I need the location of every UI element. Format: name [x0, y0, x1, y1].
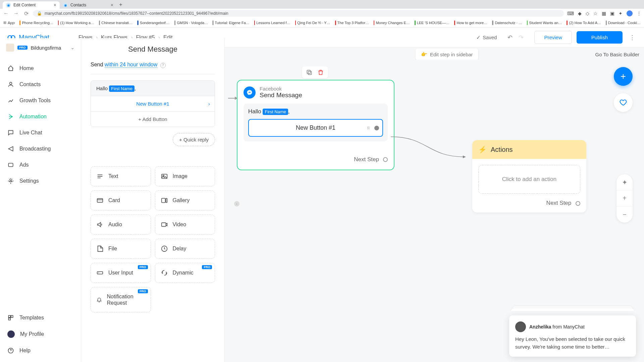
ext-icon[interactable]: ◇ [586, 11, 589, 16]
message-block[interactable]: Hallo First Name, New Button #1 › + Add … [91, 80, 215, 127]
content-type-delay[interactable]: Delay [155, 239, 215, 259]
close-icon[interactable]: × [111, 2, 113, 8]
url-text: manychat.com/fb198150208192061­8/cms/fil… [45, 11, 228, 16]
workspace-selector[interactable]: PRO Bildungsfirma ⌄ [0, 38, 81, 57]
quick-reply-button[interactable]: + Quick reply [173, 133, 215, 146]
bookmark-item[interactable]: LEE 'S HOUSE—… [415, 20, 449, 25]
content-type-dynamic[interactable]: PRODynamic [155, 263, 215, 283]
sidebar-item-ads[interactable]: Ads [0, 157, 81, 173]
bookmark-item[interactable]: (1) How Working a… [58, 20, 94, 25]
preview-button[interactable]: Preview [534, 31, 572, 44]
bookmark-item[interactable]: Qing Fei De Yi · Y… [295, 20, 330, 25]
bookmark-item[interactable]: Sonderangebot!… [137, 20, 170, 25]
profile-avatar[interactable] [627, 10, 633, 16]
bookmark-item[interactable]: (2) How To Add A… [567, 20, 601, 25]
clock-icon [161, 245, 168, 252]
content-type-file[interactable]: File [91, 239, 151, 259]
more-menu-icon[interactable]: ⋮ [627, 34, 637, 41]
trash-icon[interactable] [317, 69, 324, 76]
bookmark-item[interactable]: Download · Cooki… [606, 20, 641, 25]
goto-basic-builder-link[interactable]: Go To Basic Builder [595, 52, 639, 57]
browser-tab-active[interactable]: ◉ Edit Content × [3, 1, 60, 9]
actions-header: ⚡ Actions [472, 140, 586, 159]
actions-next-step[interactable]: Next Step [472, 200, 586, 213]
connection-port[interactable] [374, 126, 379, 130]
sidebar-item-templates[interactable]: Templates [0, 310, 81, 326]
top-strip: 👉 Edit step in sidebar Go To Basic Build… [225, 48, 644, 61]
variable-chip[interactable]: First Name [109, 85, 135, 92]
address-row: ← → ⟳ 🔒 manychat.com/fb198150208192061­8… [0, 9, 644, 18]
content-type-user-input[interactable]: PROUser Input [91, 263, 151, 283]
translate-icon[interactable]: ⌨ [567, 11, 574, 16]
node-button[interactable]: New Button #1 ⎘ [248, 119, 383, 137]
content-type-text[interactable]: Text [91, 166, 151, 186]
bookmark-item[interactable]: Money Changes E… [374, 20, 410, 25]
add-step-fab[interactable]: + [614, 67, 633, 86]
svg-rect-14 [161, 223, 166, 226]
editor-panel: Send Message Send within 24 hour window … [81, 38, 225, 362]
chat-widget[interactable]: Anzhelika from ManyChat Hey Leon, You've… [509, 315, 636, 357]
content-type-image[interactable]: Image [155, 166, 215, 186]
bookmark-item[interactable]: The Top 3 Platfor… [335, 20, 369, 25]
menu-icon[interactable]: ⋮ [637, 11, 641, 16]
fit-view-icon[interactable]: ✦ [616, 174, 633, 190]
send-message-node[interactable]: Facebook Send Message Hallo First Name, … [237, 80, 394, 170]
new-tab-button[interactable]: + [117, 1, 125, 9]
sidebar-item-contacts[interactable]: Contacts [0, 76, 81, 93]
address-bar[interactable]: 🔒 manychat.com/fb198150208192061­8/cms/f… [33, 10, 564, 17]
sidebar-item-live-chat[interactable]: Live Chat [0, 125, 81, 141]
sidebar-item-home[interactable]: Home [0, 60, 81, 76]
bookmark-item[interactable]: Student Wants an… [527, 20, 562, 25]
star-icon[interactable]: ☆ [593, 11, 598, 16]
edit-step-sidebar-pill[interactable]: 👉 Edit step in sidebar [416, 49, 478, 60]
send-window-link[interactable]: within 24 hour window [105, 62, 157, 68]
bookmark-item[interactable]: Datenschutz · … [492, 20, 522, 25]
forward-icon[interactable]: → [13, 10, 19, 16]
publish-button[interactable]: Publish [577, 31, 623, 44]
content-type-gallery[interactable]: Gallery [155, 190, 215, 210]
refresh-icon[interactable]: ⟳ [23, 10, 30, 17]
zoom-out-icon[interactable]: − [616, 206, 633, 223]
browser-tab-inactive[interactable]: ◉ Contacts × [60, 1, 117, 9]
input-port[interactable]: ‹ [234, 201, 239, 206]
back-icon[interactable]: ← [3, 10, 9, 16]
apps-button[interactable]: ⊞ Apps [3, 20, 15, 25]
puzzle-icon[interactable]: ✦ [619, 11, 623, 16]
node-body: Hallo First Name, New Button #1 ⎘ [244, 104, 388, 141]
add-button[interactable]: + Add Button [91, 111, 215, 127]
bookmark-item[interactable]: How to get more… [454, 20, 487, 25]
pointing-hand-icon: 👉 [421, 51, 427, 57]
sidebar-item-help[interactable]: Help [0, 343, 81, 359]
content-type-video[interactable]: Video [155, 215, 215, 235]
bookmark-item[interactable]: Tutorial: Eigene Fa… [213, 20, 250, 25]
message-button-row[interactable]: New Button #1 › [91, 96, 215, 111]
connection-port[interactable] [383, 157, 388, 162]
ext-icon[interactable]: ◆ [578, 11, 582, 16]
bookmark-item[interactable]: Lessons Learned f… [254, 20, 290, 25]
sidebar-item-settings[interactable]: Settings [0, 173, 81, 189]
zoom-in-icon[interactable]: + [616, 190, 633, 206]
bookmark-item[interactable]: Chinese translati… [99, 20, 132, 25]
connection-port[interactable] [576, 201, 580, 206]
content-type-card[interactable]: Card [91, 190, 151, 210]
sidebar-item-growth-tools[interactable]: Growth Tools [0, 93, 81, 109]
actions-node[interactable]: ⚡ Actions Click to add an action Next St… [472, 140, 586, 213]
content-type-notification[interactable]: PRONotification Request [91, 287, 151, 312]
bookmark-item[interactable]: GMSN · Vologda… [174, 20, 208, 25]
duplicate-icon[interactable] [306, 69, 313, 76]
content-type-audio[interactable]: Audio [91, 215, 151, 235]
sidebar-item-automation[interactable]: Automation [0, 109, 81, 125]
chevron-down-icon: ⌄ [70, 45, 75, 51]
next-step-row[interactable]: Next Step [244, 156, 388, 163]
ext-icon[interactable]: ▣ [610, 11, 614, 16]
ext-icon[interactable]: ▦ [602, 11, 606, 16]
sidebar-item-broadcasting[interactable]: Broadcasting [0, 141, 81, 157]
add-action-button[interactable]: Click to add an action [478, 165, 580, 194]
sidebar-item-profile[interactable]: My Profile [0, 326, 81, 343]
bookmark-item[interactable]: Phone Recycling… [19, 20, 53, 25]
undo-icon[interactable]: ↶ [507, 34, 513, 41]
help-icon[interactable]: ? [160, 63, 166, 68]
favorite-fab[interactable] [614, 93, 633, 112]
close-icon[interactable]: × [54, 2, 56, 8]
message-text[interactable]: Hallo First Name, [91, 81, 215, 96]
